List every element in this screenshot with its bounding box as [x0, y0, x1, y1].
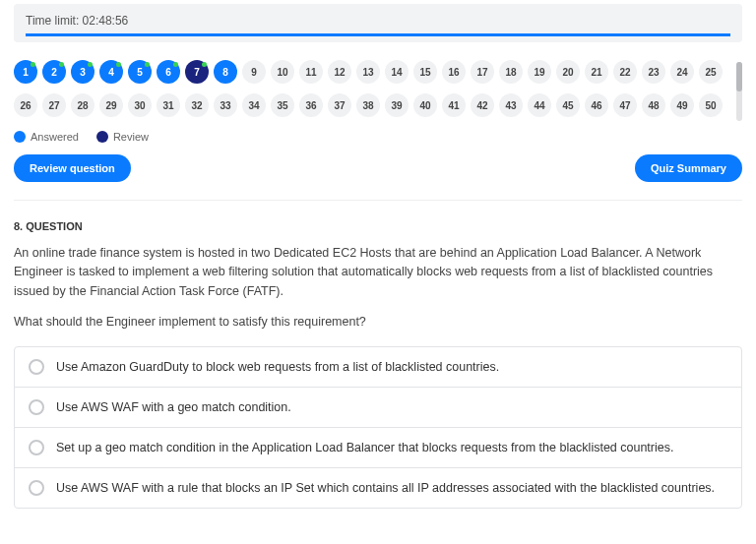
answered-indicator-icon: [88, 62, 93, 67]
answer-option-4[interactable]: Use AWS WAF with a rule that blocks an I…: [15, 468, 741, 508]
answered-dot-icon: [14, 131, 26, 143]
question-nav-32[interactable]: 32: [185, 93, 209, 117]
question-nav-12[interactable]: 12: [328, 60, 351, 84]
review-question-button[interactable]: Review question: [14, 154, 131, 182]
nav-scrollbar[interactable]: [736, 62, 742, 121]
answered-indicator-icon: [173, 62, 178, 67]
answer-option-label: Set up a geo match condition in the Appl…: [56, 441, 673, 454]
question-nav-30[interactable]: 30: [128, 93, 152, 117]
question-nav-15[interactable]: 15: [413, 60, 437, 84]
question-nav-37[interactable]: 37: [328, 93, 351, 117]
question-body: An online trade finance system is hosted…: [14, 244, 742, 301]
question-nav-16[interactable]: 16: [442, 60, 466, 84]
legend-answered-label: Answered: [31, 131, 79, 143]
question-nav-24[interactable]: 24: [670, 60, 694, 84]
question-nav-5[interactable]: 5: [128, 60, 152, 84]
legend-review-label: Review: [113, 131, 149, 143]
timer-progress: [26, 33, 730, 36]
question-nav-36[interactable]: 36: [299, 93, 323, 117]
question-nav-33[interactable]: 33: [214, 93, 237, 117]
question-nav-6[interactable]: 6: [157, 60, 180, 84]
answer-option-label: Use Amazon GuardDuty to block web reques…: [56, 360, 499, 374]
question-nav-11[interactable]: 11: [299, 60, 323, 84]
question-nav-35[interactable]: 35: [271, 93, 294, 117]
radio-icon: [29, 440, 44, 455]
answered-indicator-icon: [145, 62, 150, 67]
question-nav-19[interactable]: 19: [528, 60, 551, 84]
question-nav-39[interactable]: 39: [385, 93, 409, 117]
question-nav-42[interactable]: 42: [471, 93, 494, 117]
question-nav-17[interactable]: 17: [471, 60, 494, 84]
question-nav-23[interactable]: 23: [642, 60, 665, 84]
answer-option-2[interactable]: Use AWS WAF with a geo match condition.: [15, 388, 741, 428]
answered-indicator-icon: [59, 62, 64, 67]
answered-indicator-icon: [116, 62, 121, 67]
question-nav-21[interactable]: 21: [585, 60, 608, 84]
answer-option-3[interactable]: Set up a geo match condition in the Appl…: [15, 428, 741, 468]
question-nav-26[interactable]: 26: [14, 93, 37, 117]
question-nav-9[interactable]: 9: [242, 60, 266, 84]
question-nav-2[interactable]: 2: [42, 60, 66, 84]
question-nav-44[interactable]: 44: [528, 93, 551, 117]
question-nav-1[interactable]: 1: [14, 60, 37, 84]
legend: Answered Review: [14, 131, 742, 143]
question-nav-49[interactable]: 49: [670, 93, 694, 117]
question-nav-3[interactable]: 3: [71, 60, 94, 84]
question-nav-25[interactable]: 25: [699, 60, 723, 84]
question-heading: 8. QUESTION: [14, 220, 742, 232]
question-nav-34[interactable]: 34: [242, 93, 266, 117]
question-nav-41[interactable]: 41: [442, 93, 466, 117]
question-nav-46[interactable]: 46: [585, 93, 608, 117]
scrollbar-thumb[interactable]: [736, 62, 742, 91]
timer-text: Time limit: 02:48:56: [26, 14, 730, 28]
question-nav-48[interactable]: 48: [642, 93, 665, 117]
question-nav-22[interactable]: 22: [613, 60, 637, 84]
question-nav-8[interactable]: 8: [214, 60, 237, 84]
review-dot-icon: [96, 131, 108, 143]
question-nav-43[interactable]: 43: [499, 93, 523, 117]
answer-option-1[interactable]: Use Amazon GuardDuty to block web reques…: [15, 347, 741, 388]
question-nav-50[interactable]: 50: [699, 93, 723, 117]
question-nav-45[interactable]: 45: [556, 93, 580, 117]
legend-review: Review: [96, 131, 149, 143]
answer-option-label: Use AWS WAF with a rule that blocks an I…: [56, 481, 715, 495]
timer-panel: Time limit: 02:48:56: [14, 4, 742, 42]
answered-indicator-icon: [31, 62, 35, 67]
question-nav-20[interactable]: 20: [556, 60, 580, 84]
radio-icon: [29, 480, 44, 496]
question-nav-13[interactable]: 13: [356, 60, 380, 84]
question-nav-47[interactable]: 47: [613, 93, 637, 117]
question-nav-27[interactable]: 27: [42, 93, 66, 117]
question-nav-38[interactable]: 38: [356, 93, 380, 117]
question-nav: 1234567891011121314151617181920212223242…: [14, 60, 730, 127]
radio-icon: [29, 359, 44, 375]
divider: [14, 200, 742, 201]
question-nav-10[interactable]: 10: [271, 60, 294, 84]
question-nav-31[interactable]: 31: [157, 93, 180, 117]
question-nav-7[interactable]: 7: [185, 60, 209, 84]
quiz-summary-button[interactable]: Quiz Summary: [635, 154, 742, 182]
answer-option-label: Use AWS WAF with a geo match condition.: [56, 400, 291, 414]
question-nav-29[interactable]: 29: [99, 93, 123, 117]
question-prompt: What should the Engineer implement to sa…: [14, 315, 742, 329]
legend-answered: Answered: [14, 131, 79, 143]
question-nav-14[interactable]: 14: [385, 60, 409, 84]
question-nav-28[interactable]: 28: [71, 93, 94, 117]
answer-options: Use Amazon GuardDuty to block web reques…: [14, 346, 742, 509]
question-nav-18[interactable]: 18: [499, 60, 523, 84]
radio-icon: [29, 399, 44, 415]
answered-indicator-icon: [202, 62, 207, 67]
question-nav-40[interactable]: 40: [413, 93, 437, 117]
question-nav-4[interactable]: 4: [99, 60, 123, 84]
